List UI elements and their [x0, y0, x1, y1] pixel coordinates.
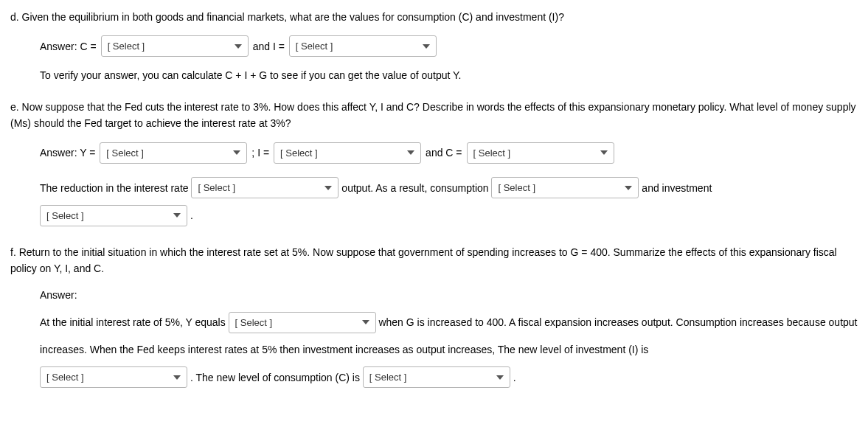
f-text2: when G is increased to 400. A fiscal exp…: [378, 316, 737, 328]
question-e: e. Now suppose that the Fed cuts the int…: [10, 99, 858, 229]
verify-text: To verify your answer, you can calculate…: [40, 67, 858, 83]
question-d: d. Given the equilibrium in both goods a…: [10, 9, 858, 84]
label-and-c: and C =: [426, 145, 462, 161]
text-period-e: .: [190, 209, 193, 221]
label-answer-y: Answer: Y =: [40, 145, 95, 161]
answer-e-line2: The reduction in the interest rate [ Sel…: [40, 174, 858, 229]
select-f-consumption[interactable]: [ Select ]: [363, 366, 510, 388]
select-e-i[interactable]: [ Select ]: [274, 142, 421, 164]
select-e-investment[interactable]: [ Select ]: [40, 205, 187, 226]
select-d-c[interactable]: [ Select ]: [101, 35, 249, 57]
text-output: output. As a result, consumption: [341, 182, 488, 194]
f-text1: At the initial interest rate of 5%, Y eq…: [40, 316, 226, 328]
select-f-y[interactable]: [ Select ]: [229, 312, 376, 333]
select-e-c[interactable]: [ Select ]: [467, 142, 614, 164]
text-reduction: The reduction in the interest rate: [40, 182, 189, 194]
question-f: f. Return to the initial situation in wh…: [10, 244, 858, 392]
answer-e-line1: Answer: Y = [ Select ] ; I = [ Select ] …: [40, 142, 858, 164]
label-answer-f: Answer:: [40, 287, 858, 303]
question-f-text: f. Return to the initial situation in wh…: [10, 244, 858, 277]
text-and-investment: and investment: [642, 182, 712, 194]
answer-d-line: Answer: C = [ Select ] and I = [ Select …: [40, 35, 858, 57]
select-e-y[interactable]: [ Select ]: [100, 142, 247, 164]
select-f-investment[interactable]: [ Select ]: [40, 366, 187, 388]
f-text4: . The new level of consumption (C) is: [190, 372, 360, 383]
text-period-f: .: [513, 372, 516, 383]
select-e-reduction[interactable]: [ Select ]: [191, 177, 338, 198]
label-i: ; I =: [251, 145, 269, 161]
answer-f-paragraph: At the initial interest rate of 5%, Y eq…: [40, 308, 858, 391]
question-e-text: e. Now suppose that the Fed cuts the int…: [10, 99, 858, 132]
label-and-i: and I =: [253, 38, 285, 55]
question-d-text: d. Given the equilibrium in both goods a…: [10, 9, 858, 25]
select-e-consumption[interactable]: [ Select ]: [491, 177, 639, 198]
select-d-i[interactable]: [ Select ]: [289, 35, 437, 57]
label-answer-c: Answer: C =: [40, 38, 97, 55]
